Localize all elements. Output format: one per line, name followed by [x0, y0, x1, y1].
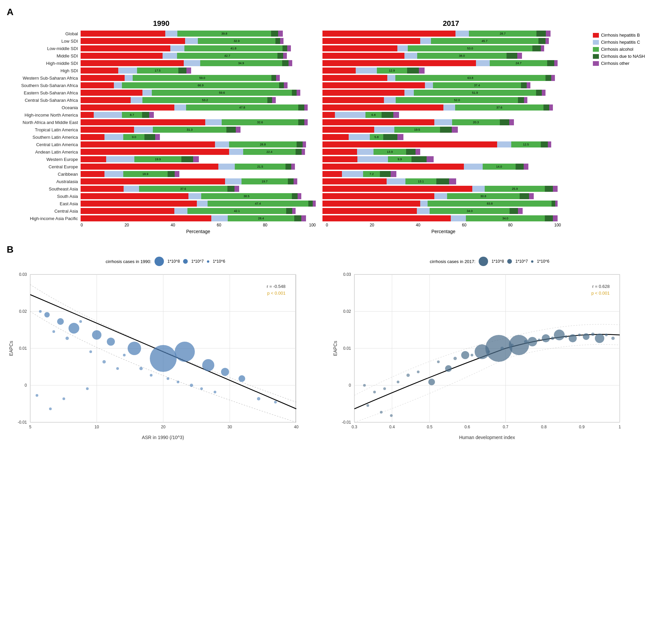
- svg-point-44: [150, 374, 153, 376]
- bar-row: Southeast Asia25.9: [323, 185, 580, 192]
- svg-point-47: [190, 384, 193, 387]
- svg-text:r = 0.628: r = 0.628: [592, 284, 610, 289]
- bar-row: North Africa and Middle East32.6: [7, 119, 316, 126]
- svg-text:-0.01: -0.01: [342, 420, 351, 424]
- legend-color-hepb: [593, 33, 599, 38]
- x-tick-40b: 40: [416, 223, 420, 227]
- svg-text:p < 0.001: p < 0.001: [267, 291, 285, 296]
- legend-label-alcohol: Cirrhosis alcohol: [601, 47, 633, 52]
- bar-row: High SDI12.9: [323, 67, 580, 74]
- bar-row: Southern Latin America5.8: [323, 133, 580, 141]
- bubble-large-1990-label: 1*10^8: [167, 259, 180, 264]
- svg-text:0.01: 0.01: [19, 346, 27, 351]
- svg-text:Human development index: Human development index: [459, 435, 515, 440]
- svg-point-28: [107, 338, 115, 346]
- bar-row: Global39.8: [7, 30, 316, 37]
- legend-label-hepb: Cirrhosis hepatitis B: [601, 32, 640, 38]
- bar-row: High-income North America8.7: [7, 111, 316, 119]
- svg-text:EAPCs: EAPCs: [8, 341, 14, 356]
- chart-title-1990: 1990: [7, 19, 316, 28]
- bar-row: Eastern Sub-Saharan Africa59.6: [7, 89, 316, 96]
- bar-row: Caribbean18.9: [7, 170, 316, 178]
- legend-color-hepc: [593, 40, 599, 45]
- svg-point-109: [524, 340, 528, 343]
- svg-point-101: [406, 373, 410, 377]
- svg-point-116: [611, 337, 615, 340]
- svg-point-97: [363, 384, 366, 387]
- legend-label-other: Cirrhosis other: [601, 61, 630, 66]
- bar-row: Caribbean7.2: [323, 170, 580, 178]
- bar-row: High-income Asia Pacific28.4: [7, 215, 316, 222]
- svg-text:ASR in 1990 (/10^3): ASR in 1990 (/10^3): [142, 435, 184, 440]
- figure-container: A 1990 Global39.8Low SDI32.9Low-middle S…: [0, 0, 655, 449]
- legend-hepatitis-c: Cirrhosis hepatitis C: [593, 40, 645, 45]
- svg-point-32: [202, 359, 214, 371]
- bar-row: Eastern Sub-Saharan Africa51.9: [323, 89, 580, 96]
- svg-point-102: [417, 371, 420, 373]
- svg-text:p < 0.001: p < 0.001: [591, 291, 610, 296]
- svg-text:-0.01: -0.01: [18, 420, 27, 424]
- svg-point-106: [487, 350, 490, 353]
- svg-point-41: [116, 367, 119, 370]
- svg-point-25: [175, 342, 195, 362]
- bar-row: Western Sub-Saharan Africa63.8: [323, 74, 580, 82]
- x-tick-0: 0: [80, 223, 83, 227]
- scatter-2017-title: cirrhosis cases in 2017:: [430, 259, 476, 264]
- scatter-2017-legend: cirrhosis cases in 2017: 1*10^8 1*10^7 1…: [331, 257, 648, 266]
- svg-point-89: [542, 334, 550, 342]
- svg-point-107: [500, 347, 504, 350]
- bar-row: Oceania47.8: [7, 104, 316, 111]
- svg-point-33: [221, 368, 229, 376]
- svg-point-95: [445, 365, 452, 372]
- legend-label-hepc: Cirrhosis hepatitis C: [601, 40, 640, 45]
- svg-point-55: [86, 387, 89, 390]
- bar-row: Southern Latin America9.0: [7, 133, 316, 141]
- bubble-large-1990: [155, 257, 164, 266]
- scatter-2017-section: cirrhosis cases in 2017: 1*10^8 1*10^7 1…: [331, 257, 648, 442]
- scatter-1990-title: cirrhosis cases in 1990:: [106, 259, 151, 264]
- svg-point-87: [475, 344, 489, 359]
- svg-text:0.6: 0.6: [465, 424, 470, 429]
- svg-point-50: [257, 397, 260, 400]
- svg-point-31: [44, 312, 50, 318]
- svg-point-113: [578, 334, 581, 336]
- x-axis-label-2017: Percentage: [326, 229, 561, 234]
- bar-row: Middle SDI42.7: [7, 52, 316, 60]
- bar-row: Middle SDI38.0: [323, 52, 580, 60]
- bubble-large-2017: [479, 257, 488, 266]
- legend-other: Cirrhosis other: [593, 61, 645, 66]
- legend-color-other: [593, 61, 599, 66]
- svg-point-85: [485, 335, 512, 362]
- svg-point-43: [139, 367, 143, 370]
- bubble-medium-1990-label: 1*10^7: [191, 259, 204, 264]
- bar-row: East Asia47.4: [7, 200, 316, 207]
- svg-text:0: 0: [25, 383, 27, 388]
- svg-point-53: [49, 408, 52, 410]
- bubble-medium-2017: [507, 259, 512, 264]
- bar-row: Western Europe19.9: [7, 156, 316, 163]
- svg-point-36: [52, 330, 55, 333]
- bar-row: Central Latin America12.5: [323, 141, 580, 148]
- svg-point-112: [565, 335, 567, 338]
- x-tick-20b: 20: [370, 223, 374, 227]
- legend-nash: Cirrhosis due to NASH: [593, 54, 645, 59]
- bar-chart-1990: Global39.8Low SDI32.9Low-middle SDI41.8M…: [7, 30, 316, 222]
- bar-row: Low SDI32.9: [7, 37, 316, 45]
- svg-point-105: [471, 354, 473, 356]
- x-tick-0b: 0: [326, 223, 328, 227]
- bar-row: Global28.7: [323, 30, 580, 37]
- legend-label-nash: Cirrhosis due to NASH: [601, 54, 645, 59]
- panel-b-label: B: [7, 244, 648, 255]
- bubble-small-2017-label: 1*10^6: [537, 259, 549, 264]
- bar-row: Australasia19.7: [7, 178, 316, 185]
- bar-row: Western Europe9.9: [323, 156, 580, 163]
- bar-row: South Asia30.8: [323, 192, 580, 200]
- svg-point-114: [591, 332, 594, 336]
- svg-point-48: [200, 387, 203, 390]
- svg-point-99: [383, 387, 386, 390]
- svg-point-103: [437, 361, 440, 363]
- svg-point-96: [428, 378, 435, 385]
- svg-text:0.5: 0.5: [427, 424, 432, 429]
- bar-row: South Asia38.5: [7, 192, 316, 200]
- x-tick-60: 60: [217, 223, 221, 227]
